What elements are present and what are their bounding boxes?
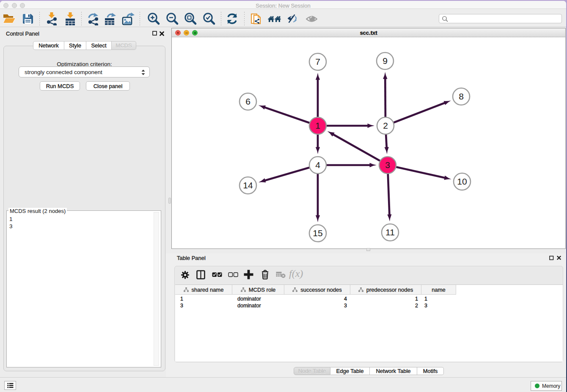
svg-text:4: 4 bbox=[315, 160, 320, 170]
svg-text:10: 10 bbox=[457, 177, 467, 186]
svg-text:9: 9 bbox=[383, 56, 388, 66]
svg-text:6: 6 bbox=[245, 97, 250, 106]
svg-text:7: 7 bbox=[315, 57, 320, 66]
svg-text:14: 14 bbox=[243, 180, 253, 190]
svg-text:1: 1 bbox=[315, 121, 320, 130]
svg-text:3: 3 bbox=[385, 160, 390, 170]
svg-text:11: 11 bbox=[385, 227, 395, 237]
svg-text:15: 15 bbox=[313, 228, 322, 238]
svg-text:2: 2 bbox=[383, 121, 388, 130]
svg-text:8: 8 bbox=[459, 91, 464, 101]
